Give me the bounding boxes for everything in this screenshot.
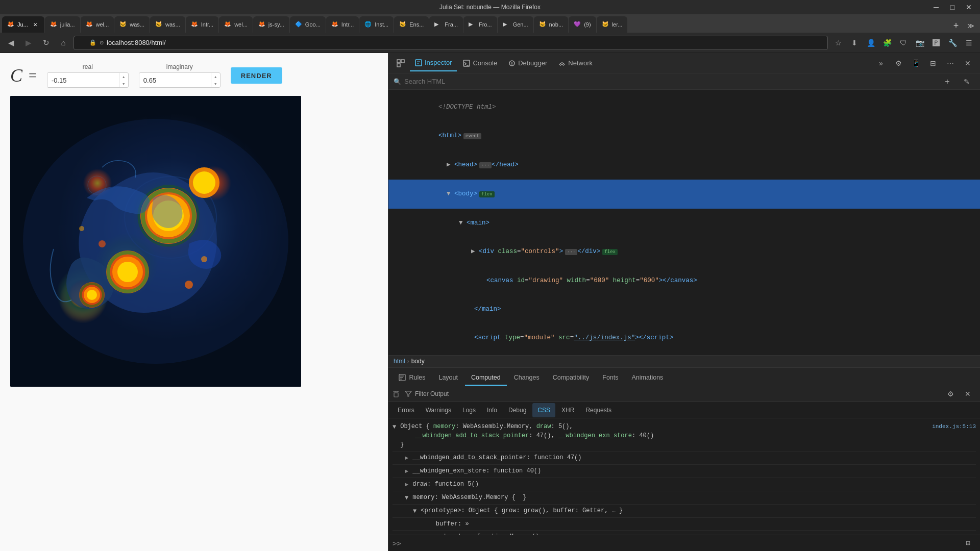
breadcrumb-body[interactable]: body: [411, 358, 425, 365]
css-log-tab[interactable]: CSS: [532, 403, 555, 417]
tab-intr2[interactable]: 🦊 Intr...: [326, 16, 359, 33]
firefoxaccount-icon[interactable]: 👤: [864, 36, 878, 50]
head-tag-line[interactable]: ▶ <head>···</head>: [388, 151, 980, 180]
url-bar[interactable]: 🔒 ⊙ localhost:8080/html/: [74, 36, 828, 50]
expand-arrow-2[interactable]: ▶: [405, 467, 408, 476]
shield-icon[interactable]: 🛡: [896, 36, 911, 50]
requests-tab[interactable]: Requests: [580, 403, 617, 417]
real-input[interactable]: [47, 73, 119, 87]
tab-js[interactable]: 🦊 js-sy...: [253, 16, 289, 33]
tab-fra[interactable]: ▶ Fra...: [429, 16, 463, 33]
script-line[interactable]: <script type="module" src="../js/index.j…: [388, 323, 980, 352]
reload-button[interactable]: ↻: [39, 36, 53, 50]
network-tab[interactable]: Network: [553, 55, 598, 71]
maximize-button[interactable]: □: [945, 2, 960, 12]
css-close-button[interactable]: ✕: [960, 386, 976, 402]
logs-tab[interactable]: Logs: [457, 403, 481, 417]
devtools-settings-button[interactable]: ⚙: [890, 55, 906, 71]
add-node-button[interactable]: +: [939, 73, 955, 90]
inspector-tab[interactable]: Inspector: [410, 55, 457, 71]
console-file-0[interactable]: index.js:5:13: [932, 422, 976, 449]
render-button[interactable]: RENDER: [231, 67, 282, 84]
tab-ens[interactable]: 🐱 Ens...: [394, 16, 429, 33]
console-tab[interactable]: Console: [458, 55, 502, 71]
debugger-tab[interactable]: Debugger: [503, 55, 552, 71]
minimize-button[interactable]: ─: [929, 2, 943, 12]
css-settings-button[interactable]: ⚙: [942, 386, 959, 402]
pocket-icon[interactable]: 🅿: [929, 36, 943, 50]
new-tab-button[interactable]: +: [949, 18, 963, 33]
tab-wel[interactable]: 🦊 wel...: [81, 16, 114, 33]
expand-arrow-0[interactable]: ▼: [393, 422, 396, 449]
tab-active[interactable]: 🦊 Ju... ✕: [2, 16, 44, 33]
css-tab-layout[interactable]: Layout: [432, 370, 464, 386]
css-tab-computed[interactable]: Computed: [465, 370, 507, 386]
tab-inst[interactable]: 🌐 Inst...: [359, 16, 394, 33]
close-button[interactable]: ✕: [962, 2, 976, 12]
tab-favicon-13: ▶: [434, 21, 442, 28]
doctype-line[interactable]: <!DOCTYPE html>: [388, 93, 980, 121]
main-close-line[interactable]: </main>: [388, 295, 980, 323]
expand-arrow-5[interactable]: ▼: [413, 507, 416, 516]
tab-menu-button[interactable]: ≫: [964, 18, 978, 33]
extension-icon[interactable]: 🧩: [880, 36, 894, 50]
tab-ler[interactable]: 🐱 ler...: [597, 16, 628, 33]
devtools-options-button[interactable]: ⋯: [942, 55, 959, 71]
info-tab[interactable]: Info: [482, 403, 502, 417]
addon-icon[interactable]: 🔧: [945, 36, 960, 50]
back-button[interactable]: ◀: [4, 36, 18, 50]
inspector-edit-button[interactable]: ✎: [959, 73, 975, 90]
more-tools-button[interactable]: »: [873, 55, 889, 71]
expand-arrow-4[interactable]: ▼: [405, 493, 408, 503]
forward-button[interactable]: ▶: [21, 36, 36, 50]
tab-9[interactable]: 💜 (9): [569, 16, 596, 33]
tab-julia[interactable]: 🦊 julia...: [45, 16, 80, 33]
css-tab-changes[interactable]: Changes: [508, 370, 546, 386]
camera-icon[interactable]: 📷: [913, 36, 927, 50]
expand-arrow-1[interactable]: ▶: [405, 454, 408, 463]
tab-label-18: ler...: [612, 21, 623, 28]
menu-icon[interactable]: ☰: [962, 36, 976, 50]
css-tab-compatibility[interactable]: Compatibility: [547, 370, 596, 386]
tab-gen[interactable]: ▶ Gen...: [498, 16, 533, 33]
responsive-design-button[interactable]: 📱: [908, 55, 924, 71]
imaginary-spin-down[interactable]: ▼: [211, 80, 220, 87]
split-view-button[interactable]: ⊟: [925, 55, 941, 71]
close-devtools-button[interactable]: ✕: [960, 55, 976, 71]
tab-close-button[interactable]: ✕: [31, 20, 39, 29]
real-spin-up[interactable]: ▲: [119, 73, 128, 80]
tab-intr[interactable]: 🦊 Intr...: [186, 16, 218, 33]
tab-was2[interactable]: 🐱 was...: [150, 16, 185, 33]
tab-fro[interactable]: ▶ Fro...: [463, 16, 497, 33]
div-controls-line[interactable]: ▶ <div class="controls">···</div>flex: [388, 237, 980, 266]
imaginary-spin-up[interactable]: ▲: [211, 73, 220, 80]
html-tag-line[interactable]: <html>event: [388, 121, 980, 151]
css-tab-animations[interactable]: Animations: [626, 370, 670, 386]
css-tab-rules[interactable]: Rules: [393, 370, 431, 386]
svg-point-18: [99, 240, 106, 247]
bookmark-icon[interactable]: ☆: [831, 36, 845, 50]
tab-wel2[interactable]: 🦊 wel...: [219, 16, 253, 33]
xhr-tab[interactable]: XHR: [556, 403, 579, 417]
debug-tab[interactable]: Debug: [503, 403, 531, 417]
css-tab-fonts[interactable]: Fonts: [596, 370, 624, 386]
tab-favicon-8: 🦊: [258, 21, 265, 28]
breadcrumb-html[interactable]: html: [394, 358, 405, 365]
tab-was1[interactable]: 🐱 was...: [114, 16, 150, 33]
warnings-tab[interactable]: Warnings: [421, 403, 456, 417]
main-tag-line[interactable]: ▼ <main>: [388, 209, 980, 237]
tab-goo[interactable]: 🔷 Goo...: [290, 16, 326, 33]
canvas-line[interactable]: <canvas id="drawing" width="600" height=…: [388, 266, 980, 295]
tab-nob[interactable]: 🐱 nob...: [534, 16, 569, 33]
download-icon[interactable]: ⬇: [847, 36, 862, 50]
html-search-input[interactable]: [404, 78, 936, 85]
expand-arrow-3[interactable]: ▶: [405, 480, 408, 489]
errors-tab[interactable]: Errors: [393, 403, 420, 417]
console-text-6: buffer: »: [421, 519, 976, 529]
home-button[interactable]: ⌂: [56, 36, 70, 50]
body-tag-line[interactable]: ▼ <body>flex: [388, 180, 980, 209]
imaginary-input[interactable]: [139, 73, 211, 87]
console-clear-button[interactable]: ⊞: [960, 535, 976, 552]
inspector-picker-button[interactable]: [393, 55, 409, 71]
real-spin-down[interactable]: ▼: [119, 80, 128, 87]
